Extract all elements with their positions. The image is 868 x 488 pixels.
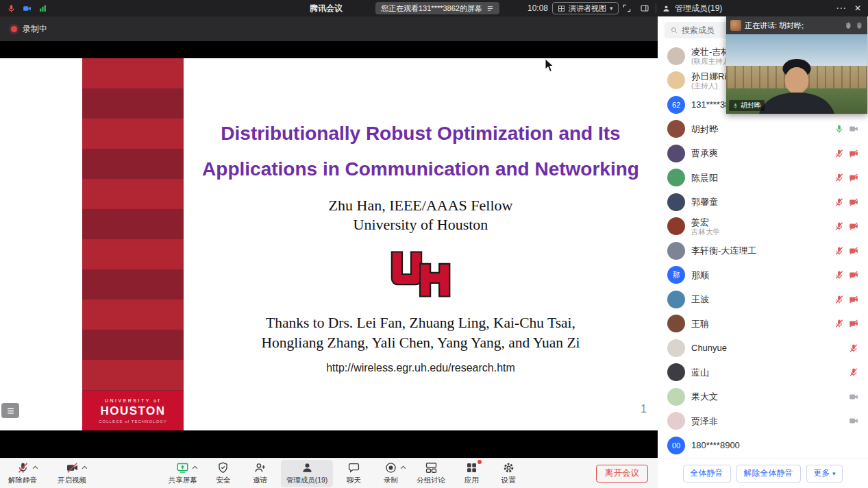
mic-off-icon[interactable] xyxy=(834,149,844,158)
record-icon xyxy=(384,461,397,474)
member-row[interactable]: 郭馨童 xyxy=(658,190,868,215)
member-row[interactable]: 蓝山 xyxy=(658,361,868,385)
cam-off-icon[interactable] xyxy=(849,319,858,328)
member-avatar xyxy=(667,217,685,235)
member-row[interactable]: Chunyue xyxy=(658,336,868,361)
mic-icon[interactable] xyxy=(834,124,844,134)
cam-off-icon[interactable] xyxy=(849,295,858,304)
chevron-down-icon: ▾ xyxy=(832,470,836,477)
toolbar-apps-button[interactable]: 应用 xyxy=(455,460,488,487)
leave-meeting-button[interactable]: 离开会议 xyxy=(596,465,648,483)
notification-dot xyxy=(478,460,482,464)
window-layout-toggle[interactable] xyxy=(640,0,649,16)
invite-icon xyxy=(253,461,266,474)
member-row[interactable]: 姜宏 吉林大学 xyxy=(658,215,868,239)
toolbar-shield-button[interactable]: 安全 xyxy=(207,460,240,487)
member-avatar xyxy=(667,47,685,65)
chevron-up-icon[interactable] xyxy=(32,465,38,469)
chevron-up-icon[interactable] xyxy=(82,465,88,469)
member-name: 陈晨阳 xyxy=(691,173,828,183)
chevron-up-icon[interactable] xyxy=(192,465,198,469)
cam-off-icon[interactable] xyxy=(849,149,858,158)
annotation-panel-toggle[interactable] xyxy=(1,403,19,418)
cam-off-icon[interactable] xyxy=(849,246,858,256)
cam-off-icon[interactable] xyxy=(849,173,858,182)
toolbar-invite-button[interactable]: 邀请 xyxy=(244,460,277,487)
members-icon xyxy=(301,461,314,474)
member-row[interactable]: 陈晨阳 xyxy=(658,166,868,191)
more-button[interactable]: 更多 ▾ xyxy=(806,465,843,483)
mic-off-icon[interactable] xyxy=(834,246,844,256)
wave-hand-icon[interactable] xyxy=(854,21,863,30)
member-name: 180****8900 xyxy=(691,440,852,450)
cam-off-icon[interactable] xyxy=(849,221,858,231)
slide-stripe-decoration xyxy=(82,58,184,391)
member-row[interactable]: 曹承爽 xyxy=(658,141,868,166)
menubar-status-icons xyxy=(7,0,47,16)
toolbar-cam-off-button[interactable]: 开启视频 xyxy=(52,460,92,487)
member-name: 郭馨童 xyxy=(691,197,828,207)
chevron-up-icon[interactable] xyxy=(400,465,406,469)
member-name: 那顺 xyxy=(691,270,828,280)
mic-off-icon[interactable] xyxy=(834,319,844,328)
member-name: 胡封晔 xyxy=(691,124,828,134)
more-options-icon[interactable]: ⋯ xyxy=(836,0,847,16)
divider xyxy=(656,3,656,13)
member-row[interactable]: 那 那顺 xyxy=(658,263,868,288)
toolbar-settings-button[interactable]: 设置 xyxy=(492,460,525,487)
slide-author: Zhu Han, IEEE/AAAS Fellow xyxy=(184,197,658,215)
notice-menu-icon[interactable] xyxy=(486,5,494,12)
fullscreen-toggle[interactable] xyxy=(622,0,632,16)
view-mode-label: 演讲者视图 xyxy=(569,3,606,14)
screen-share-icon xyxy=(176,461,189,474)
member-row[interactable]: 果大文 xyxy=(658,385,868,409)
menubar-stats-icon[interactable] xyxy=(38,4,47,13)
close-panel-icon[interactable]: ✕ xyxy=(854,0,861,16)
member-text: 胡封晔 xyxy=(691,124,828,134)
mic-off-icon[interactable] xyxy=(849,367,858,377)
recording-indicator[interactable]: 录制中 xyxy=(0,16,658,41)
view-mode-select[interactable]: 演讲者视图 ▾ xyxy=(552,2,619,14)
member-row[interactable]: 贾泽非 xyxy=(658,409,868,434)
settings-icon xyxy=(502,461,515,474)
toolbar-chat-button[interactable]: 聊天 xyxy=(337,460,370,487)
member-row[interactable]: 李轩衡-大连理工 xyxy=(658,239,868,263)
unmute-all-button[interactable]: 解除全体静音 xyxy=(736,465,801,483)
cam-icon[interactable] xyxy=(849,392,858,402)
slide-content: Distributionally Robust Optimization and… xyxy=(184,58,658,374)
clock: 10:08 xyxy=(528,0,548,16)
member-row[interactable]: 00 180****8900 xyxy=(658,433,868,458)
mic-off-icon[interactable] xyxy=(834,270,844,280)
menubar-camera-icon[interactable] xyxy=(23,4,32,13)
members-panel-footer: 全体静音 解除全体静音 更多 ▾ xyxy=(658,458,868,488)
member-text: 郭馨童 xyxy=(691,197,828,207)
applause-icon[interactable] xyxy=(843,21,852,30)
member-row[interactable]: 王波 xyxy=(658,287,868,312)
member-status-icons xyxy=(834,149,858,158)
cam-icon[interactable] xyxy=(849,124,858,134)
toolbar-breakout-button[interactable]: 分组讨论 xyxy=(411,460,451,487)
cam-off-icon[interactable] xyxy=(849,270,858,280)
member-row[interactable]: 王聃 xyxy=(658,312,868,337)
screen-share-view: UNIVERSITY of HOUSTON COLLEGE of TECHNOL… xyxy=(0,41,658,458)
toolbar-screen-share-button[interactable]: 共享屏幕 xyxy=(163,460,203,487)
mic-off-icon[interactable] xyxy=(834,173,844,182)
toolbar-item-label: 共享屏幕 xyxy=(169,476,197,485)
toolbar-members-button[interactable]: 管理成员(19) xyxy=(281,460,334,487)
cam-off-icon[interactable] xyxy=(849,197,858,207)
mute-all-button[interactable]: 全体静音 xyxy=(683,465,731,483)
member-status-icons xyxy=(834,124,858,134)
mic-off-icon[interactable] xyxy=(834,295,844,304)
toolbar-record-button[interactable]: 录制 xyxy=(374,460,407,487)
member-avatar xyxy=(667,120,685,138)
presentation-slide: UNIVERSITY of HOUSTON COLLEGE of TECHNOL… xyxy=(0,58,658,430)
menubar-mic-icon[interactable] xyxy=(7,4,16,13)
mic-off-icon xyxy=(16,461,29,474)
toolbar-mic-off-button[interactable]: 解除静音 xyxy=(3,460,42,487)
mic-off-icon[interactable] xyxy=(834,221,844,231)
cam-icon[interactable] xyxy=(849,416,858,426)
member-row[interactable]: 胡封晔 xyxy=(658,117,868,142)
member-avatar: 00 xyxy=(667,437,685,454)
mic-off-icon[interactable] xyxy=(849,343,858,353)
mic-off-icon[interactable] xyxy=(834,197,844,207)
